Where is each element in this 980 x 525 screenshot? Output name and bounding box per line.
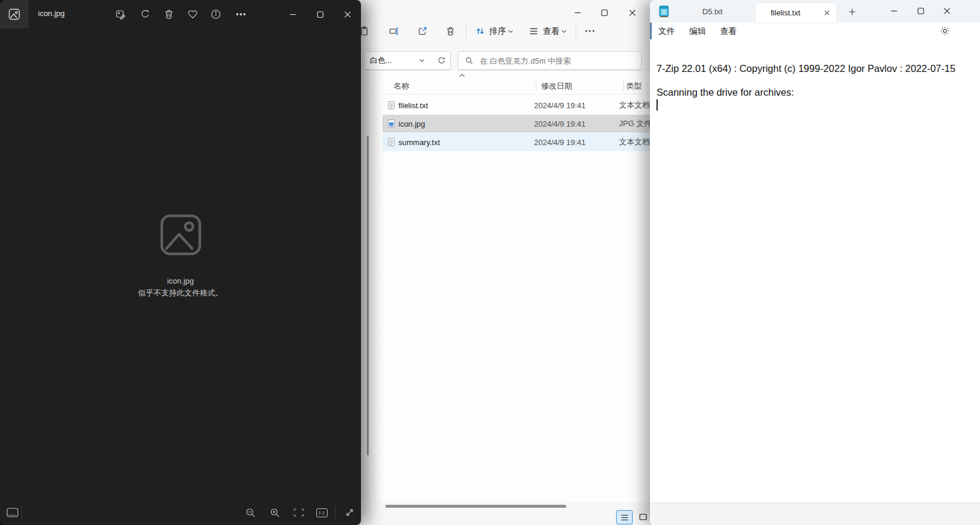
explorer-delete-button[interactable] xyxy=(441,21,460,40)
toolbar-separator xyxy=(21,506,22,519)
file-type: 文本文档 xyxy=(619,100,650,111)
zoom-in-button[interactable] xyxy=(266,504,284,521)
maximize-icon xyxy=(601,10,608,16)
tab-label: D5.txt xyxy=(702,7,723,16)
maximize-icon xyxy=(918,8,924,14)
address-bar[interactable]: 白色... xyxy=(364,51,451,70)
column-header-name[interactable]: 名称 xyxy=(394,81,409,92)
menu-file[interactable]: 文件 xyxy=(658,26,675,37)
notepad-window: D5.txt filelist.txt 文件 编辑 查看 xyxy=(650,0,980,525)
explorer-minimize-button[interactable] xyxy=(567,5,588,20)
more-button[interactable] xyxy=(230,4,252,25)
file-type: 文本文档 xyxy=(619,137,650,147)
zoom-out-button[interactable] xyxy=(241,504,259,521)
header-divider xyxy=(381,94,666,95)
zoom-in-icon xyxy=(270,508,280,518)
column-header-date[interactable]: 修改日期 xyxy=(541,81,572,92)
explorer-share-button[interactable] xyxy=(413,21,432,40)
view-button-label[interactable]: 查看 xyxy=(543,26,560,37)
image-file-icon xyxy=(387,119,396,128)
rotate-icon xyxy=(140,9,150,20)
explorer-close-button[interactable] xyxy=(622,5,642,20)
explorer-sort-button-icon[interactable] xyxy=(470,21,489,40)
fit-to-window-icon xyxy=(294,508,304,517)
explorer-view-button-icon[interactable] xyxy=(524,21,543,40)
close-icon xyxy=(944,8,950,14)
tab-filelist-txt[interactable]: filelist.txt xyxy=(755,3,837,23)
refresh-icon[interactable] xyxy=(437,56,446,65)
column-divider[interactable] xyxy=(623,80,624,92)
file-explorer-window: 排序 查看 白色... 名称 修改日期 类型 fi xyxy=(357,0,666,525)
details-view-toggle[interactable] xyxy=(616,510,633,524)
new-tab-button[interactable] xyxy=(844,4,860,20)
file-name: icon.jpg xyxy=(398,120,534,128)
actual-size-icon: 1:1 xyxy=(316,508,328,517)
file-row-summary[interactable]: summary.txt 2024/4/9 19:41 文本文档 xyxy=(382,133,664,151)
notepad-maximize-button[interactable] xyxy=(910,1,931,20)
sort-button-label[interactable]: 排序 xyxy=(489,26,506,37)
text-line-1: 7-Zip 22.01 (x64) : Copyright (c) 1999-2… xyxy=(657,63,972,75)
info-button[interactable] xyxy=(205,4,227,25)
text-line-3: Scanning the drive for archives: xyxy=(657,87,972,99)
tab-d5-txt[interactable]: D5.txt xyxy=(676,2,749,20)
explorer-more-button[interactable] xyxy=(580,21,599,40)
tab-close-icon[interactable] xyxy=(824,10,830,15)
toolbar-separator xyxy=(335,506,335,519)
notepad-app-icon xyxy=(658,4,670,18)
notepad-status-bar: 行 5，列 1 104 个字符 100% Windows (CRLF) UTF-… xyxy=(650,502,980,525)
notepad-text-area[interactable]: 7-Zip 22.01 (x64) : Copyright (c) 1999-2… xyxy=(650,39,980,502)
notepad-minimize-button[interactable] xyxy=(884,1,904,20)
trash-icon xyxy=(164,9,174,20)
tab-label: filelist.txt xyxy=(771,8,824,17)
explorer-nav-scrollbar[interactable] xyxy=(367,136,369,455)
rotate-button[interactable] xyxy=(134,4,156,25)
horizontal-scrollbar[interactable] xyxy=(385,505,566,508)
column-divider[interactable] xyxy=(536,80,536,92)
photos-app-icon xyxy=(8,8,21,21)
text-line-2 xyxy=(657,75,972,87)
actual-size-button[interactable]: 1:1 xyxy=(313,504,331,521)
minimize-icon xyxy=(891,8,897,14)
text-caret xyxy=(657,99,658,111)
chevron-down-icon[interactable] xyxy=(419,59,425,62)
edit-image-button[interactable] xyxy=(110,4,131,25)
favorite-button[interactable] xyxy=(182,4,203,25)
sort-arrows-icon xyxy=(475,26,485,36)
info-icon xyxy=(211,9,221,20)
chevron-down-icon xyxy=(508,30,513,33)
delete-button[interactable] xyxy=(158,4,180,25)
settings-button[interactable] xyxy=(937,23,953,39)
photos-maximize-button[interactable] xyxy=(308,5,332,23)
maximize-icon xyxy=(317,11,323,18)
search-input[interactable] xyxy=(479,56,630,66)
heart-icon xyxy=(187,9,198,20)
file-row-filelist[interactable]: filelist.txt 2024/4/9 19:41 文本文档 xyxy=(382,96,664,114)
menu-edit[interactable]: 编辑 xyxy=(689,26,706,37)
gear-icon xyxy=(940,26,950,36)
fullscreen-button[interactable] xyxy=(341,504,359,521)
search-box[interactable] xyxy=(458,51,642,70)
minimize-icon xyxy=(574,10,581,16)
fit-to-window-button[interactable] xyxy=(290,504,307,521)
address-text: 白色... xyxy=(370,55,392,66)
photos-minimize-button[interactable] xyxy=(281,5,304,23)
search-icon xyxy=(465,56,473,65)
text-file-icon xyxy=(387,137,396,147)
explorer-maximize-button[interactable] xyxy=(594,5,614,20)
details-view-icon xyxy=(621,514,629,521)
explorer-rename-button[interactable] xyxy=(384,21,403,40)
notepad-close-button[interactable] xyxy=(935,1,958,20)
close-icon xyxy=(629,10,636,16)
file-row-icon-jpg-selected[interactable]: icon.jpg 2024/4/9 19:41 JPG 文件 xyxy=(382,115,664,133)
menu-view[interactable]: 查看 xyxy=(720,26,737,37)
photos-close-button[interactable] xyxy=(335,5,359,23)
notepad-icon xyxy=(658,4,670,18)
broken-image-icon xyxy=(159,213,203,257)
photos-app-icon-tile[interactable] xyxy=(0,0,29,29)
rename-icon xyxy=(389,26,399,36)
chevron-down-icon xyxy=(561,30,567,33)
column-header-type[interactable]: 类型 xyxy=(626,81,642,92)
share-icon xyxy=(417,26,428,36)
filmstrip-toggle-button[interactable] xyxy=(4,504,21,521)
thumbnail-view-toggle[interactable] xyxy=(635,510,651,523)
